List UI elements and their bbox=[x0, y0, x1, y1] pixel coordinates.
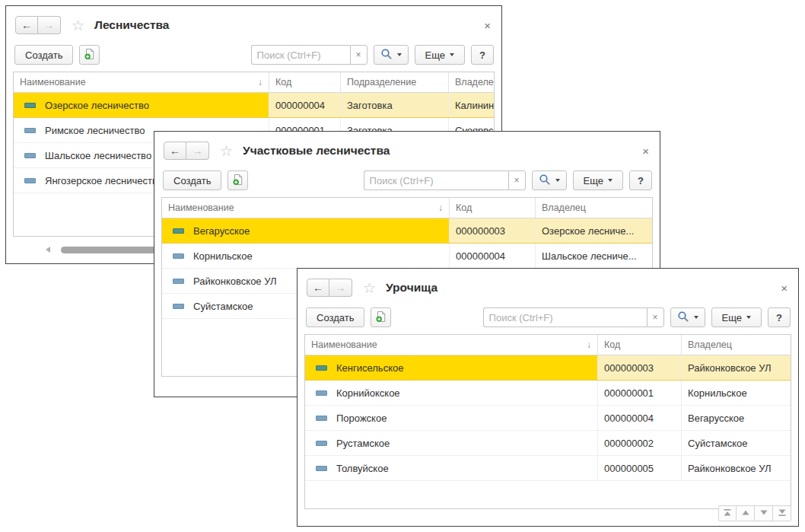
go-last-row-button[interactable] bbox=[773, 505, 791, 521]
column-header-owner[interactable]: Владелец bbox=[682, 335, 791, 355]
search-input[interactable] bbox=[251, 45, 350, 65]
more-button[interactable]: Еще bbox=[711, 307, 762, 327]
go-first-row-button[interactable] bbox=[718, 505, 737, 521]
back-button[interactable]: ← bbox=[164, 142, 186, 160]
close-button[interactable]: × bbox=[482, 20, 492, 31]
create-group-button[interactable] bbox=[228, 170, 248, 190]
list-nav-footer bbox=[718, 505, 791, 521]
create-group-button[interactable] bbox=[371, 307, 391, 327]
sort-desc-icon: ↓ bbox=[582, 339, 591, 350]
favorite-star-icon[interactable]: ☆ bbox=[220, 144, 233, 158]
back-button[interactable]: ← bbox=[307, 279, 329, 297]
row-name: Рустамское bbox=[336, 438, 390, 449]
search-options-button[interactable] bbox=[374, 45, 409, 65]
new-document-plus-icon bbox=[375, 311, 387, 325]
owner-cell: Озерское лесниче... bbox=[536, 218, 652, 243]
column-header-owner[interactable]: Владелец bbox=[536, 198, 652, 218]
sort-desc-icon: ↓ bbox=[253, 77, 262, 88]
item-dash-icon bbox=[316, 365, 327, 371]
search-box: × bbox=[251, 45, 368, 65]
row-name: Вегарусское bbox=[193, 225, 250, 237]
column-header-code[interactable]: Код bbox=[450, 198, 536, 218]
item-dash-icon bbox=[316, 466, 327, 471]
back-arrow-icon: ← bbox=[170, 145, 180, 156]
forward-arrow-icon: → bbox=[44, 20, 55, 30]
next-row-button[interactable] bbox=[755, 505, 773, 521]
list-table: Наименование ↓ Код Владелец Кенгисельско… bbox=[304, 334, 791, 509]
back-arrow-icon: ← bbox=[313, 282, 323, 293]
table-header-row: Наименование ↓ Код Владелец bbox=[305, 335, 791, 355]
magnifier-icon bbox=[380, 48, 393, 62]
table-row[interactable]: Кенгисельское 000000003 Райконковское УЛ bbox=[305, 355, 791, 381]
item-dash-icon bbox=[173, 228, 184, 234]
column-header-owner[interactable]: Владелец bbox=[449, 72, 494, 92]
name-cell: Озерское лесничество bbox=[14, 93, 269, 117]
owner-cell: Райконковское УЛ bbox=[682, 355, 791, 380]
arrow-up-icon bbox=[741, 508, 750, 519]
forward-button[interactable]: → bbox=[329, 279, 352, 297]
create-button[interactable]: Создать bbox=[163, 170, 221, 190]
back-button[interactable]: ← bbox=[15, 16, 38, 34]
name-cell: Толвуйское bbox=[305, 456, 598, 480]
table-row[interactable]: Порожское 000000004 Вегарусское bbox=[305, 406, 791, 431]
create-button[interactable]: Создать bbox=[14, 45, 73, 65]
search-input[interactable] bbox=[364, 170, 508, 190]
chevron-down-icon bbox=[555, 179, 560, 182]
close-button[interactable]: × bbox=[779, 282, 789, 294]
column-header-name[interactable]: Наименование ↓ bbox=[162, 198, 450, 218]
search-options-button[interactable] bbox=[532, 170, 567, 190]
code-cell: 000000003 bbox=[450, 218, 536, 243]
column-header-department[interactable]: Подразделение bbox=[341, 72, 449, 92]
forward-button[interactable]: → bbox=[186, 142, 209, 160]
code-cell: 000000004 bbox=[269, 93, 341, 117]
table-row[interactable]: Вегарусское 000000003 Озерское лесниче..… bbox=[162, 218, 652, 244]
row-name: Янгозерское лесничество bbox=[45, 175, 163, 186]
table-row[interactable]: Рустамское 000000002 Суйстамское bbox=[305, 431, 791, 456]
search-clear-button[interactable]: × bbox=[508, 170, 526, 190]
row-name: Суйстамское bbox=[193, 301, 253, 312]
go-last-icon bbox=[778, 508, 787, 519]
table-row[interactable]: Толвуйское 000000005 Райконковское УЛ bbox=[305, 456, 791, 481]
help-button[interactable]: ? bbox=[768, 307, 791, 327]
table-row[interactable]: Корнильское 000000004 Шальское лесниче..… bbox=[162, 244, 652, 269]
previous-row-button[interactable] bbox=[737, 505, 755, 521]
search-options-button[interactable] bbox=[670, 307, 705, 327]
item-dash-icon bbox=[173, 279, 184, 284]
row-name: Райконковское УЛ bbox=[193, 276, 277, 287]
titlebar: ← → ☆ Участковые лесничества × bbox=[154, 132, 660, 168]
column-header-code[interactable]: Код bbox=[598, 335, 682, 355]
column-header-code[interactable]: Код bbox=[269, 72, 341, 92]
column-header-name[interactable]: Наименование ↓ bbox=[305, 335, 598, 355]
help-button[interactable]: ? bbox=[471, 45, 494, 65]
forward-button[interactable]: → bbox=[38, 16, 61, 34]
table-row[interactable]: Корнийокское 000000001 Корнильское bbox=[305, 381, 791, 406]
window-tracts: ← → ☆ Урочища × Создать × Еще ? Наименов… bbox=[297, 268, 799, 527]
name-cell: Рустамское bbox=[305, 431, 598, 455]
magnifier-icon bbox=[677, 311, 689, 325]
search-input[interactable] bbox=[483, 307, 647, 327]
name-cell: Корнийокское bbox=[305, 381, 598, 405]
favorite-star-icon[interactable]: ☆ bbox=[363, 281, 376, 295]
item-dash-icon bbox=[24, 178, 36, 183]
create-group-button[interactable] bbox=[79, 45, 100, 65]
owner-cell: Шальское лесниче... bbox=[536, 244, 652, 268]
scroll-left-arrow-icon[interactable] bbox=[46, 247, 50, 253]
search-clear-button[interactable]: × bbox=[350, 45, 368, 65]
help-button[interactable]: ? bbox=[629, 170, 652, 190]
go-first-icon bbox=[723, 508, 732, 519]
column-header-name[interactable]: Наименование ↓ bbox=[14, 72, 269, 92]
more-button[interactable]: Еще bbox=[573, 170, 623, 190]
favorite-star-icon[interactable]: ☆ bbox=[72, 18, 84, 33]
search-box: × bbox=[483, 307, 664, 327]
close-button[interactable]: × bbox=[641, 145, 651, 157]
owner-cell: Корнильское bbox=[682, 381, 791, 405]
table-row[interactable]: Озерское лесничество 000000004 Заготовка… bbox=[14, 93, 494, 118]
search-clear-button[interactable]: × bbox=[647, 307, 664, 327]
history-nav: ← → bbox=[164, 142, 209, 160]
item-dash-icon bbox=[173, 304, 184, 309]
history-nav: ← → bbox=[15, 16, 61, 34]
create-button[interactable]: Создать bbox=[306, 307, 364, 327]
more-button[interactable]: Еще bbox=[415, 45, 465, 65]
column-header-label: Наименование bbox=[168, 202, 234, 213]
row-name: Порожское bbox=[336, 413, 387, 424]
